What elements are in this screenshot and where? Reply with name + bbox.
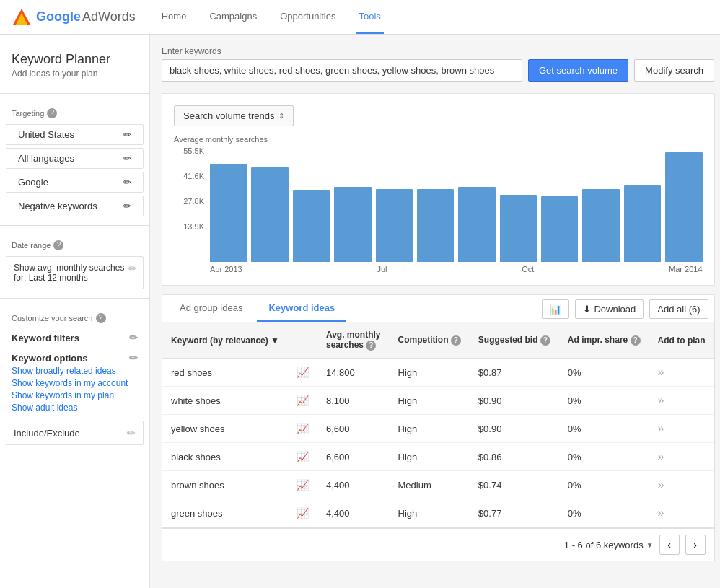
cell-add-to-plan[interactable]: » bbox=[649, 499, 714, 527]
add-all-button[interactable]: Add all (6) bbox=[649, 299, 708, 319]
keyword-options-edit-icon[interactable]: ✏ bbox=[129, 352, 138, 364]
chart-dropdown-label: Search volume trends bbox=[183, 110, 274, 121]
chart-bar[interactable] bbox=[251, 167, 288, 262]
sidebar-title: Keyword Planner Add ideas to your plan bbox=[0, 46, 149, 84]
keyword-option-broadly[interactable]: Show broadly related ideas bbox=[12, 366, 138, 376]
include-exclude-box[interactable]: Include/Exclude ✏ bbox=[6, 421, 144, 445]
chart-bar[interactable] bbox=[665, 152, 702, 262]
cell-trend-icon[interactable]: 📈 bbox=[288, 471, 317, 499]
keyword-filters-edit-icon[interactable]: ✏ bbox=[129, 332, 138, 343]
nav-item-campaigns[interactable]: Campaigns bbox=[206, 1, 260, 34]
keyword-option-adult[interactable]: Show adult ideas bbox=[12, 403, 138, 413]
keyword-option-plan[interactable]: Show keywords in my plan bbox=[12, 390, 138, 400]
cell-trend-icon[interactable]: 📈 bbox=[288, 415, 317, 443]
suggested-bid-help-icon[interactable]: ? bbox=[540, 335, 550, 346]
chart-bar[interactable] bbox=[541, 196, 578, 262]
sidebar-item-language[interactable]: All languages ✏ bbox=[6, 148, 144, 169]
table-row: brown shoes 📈 4,400 Medium $0.74 0% » bbox=[162, 471, 714, 499]
modify-search-button[interactable]: Modify search bbox=[634, 59, 714, 82]
x-label-mar: Mar 2014 bbox=[669, 265, 702, 273]
date-range-edit-icon[interactable]: ✏ bbox=[128, 263, 137, 274]
keyword-option-account[interactable]: Show keywords in my account bbox=[12, 378, 138, 388]
chart-view-button[interactable]: 📊 bbox=[542, 299, 569, 319]
bar-chart: 55.5K 41.6K 27.8K 13.9K bbox=[174, 146, 703, 262]
cell-add-to-plan[interactable]: » bbox=[649, 387, 714, 415]
chart-bar[interactable] bbox=[293, 190, 330, 262]
chart-bar[interactable] bbox=[624, 185, 661, 262]
chart-bar[interactable] bbox=[334, 187, 371, 262]
network-edit-icon[interactable]: ✏ bbox=[123, 177, 131, 188]
pagination-dropdown-icon[interactable]: ▼ bbox=[646, 541, 654, 549]
tab-ad-group-ideas[interactable]: Ad group ideas bbox=[168, 295, 254, 322]
location-label: United States bbox=[18, 129, 74, 140]
include-exclude-edit-icon[interactable]: ✏ bbox=[127, 427, 136, 439]
search-volume-trends-dropdown[interactable]: Search volume trends ⇕ bbox=[174, 105, 294, 126]
competition-help-icon[interactable]: ? bbox=[451, 335, 461, 346]
main-content: Enter keywords Get search volume Modify … bbox=[150, 35, 720, 588]
pagination-prev-button[interactable]: ‹ bbox=[659, 535, 680, 555]
chart-bar[interactable] bbox=[582, 189, 619, 262]
keyword-options-section: Keyword options ✏ Show broadly related i… bbox=[0, 346, 149, 418]
logo-google-text: Google bbox=[36, 9, 81, 25]
x-label-oct: Oct bbox=[522, 265, 534, 273]
customize-label: Customize your search ? bbox=[0, 307, 149, 326]
chart-bar[interactable] bbox=[210, 164, 247, 262]
cell-suggested-bid: $0.87 bbox=[470, 359, 559, 387]
get-search-volume-button[interactable]: Get search volume bbox=[528, 59, 628, 82]
cell-avg-monthly: 6,600 bbox=[317, 415, 390, 443]
th-keyword[interactable]: Keyword (by relevance) ▼ bbox=[162, 322, 288, 359]
keyword-input[interactable] bbox=[162, 59, 522, 82]
targeting-label: Targeting ? bbox=[0, 102, 149, 121]
ad-impr-help-icon[interactable]: ? bbox=[631, 335, 641, 346]
cell-add-to-plan[interactable]: » bbox=[649, 471, 714, 499]
chart-bar[interactable] bbox=[458, 187, 495, 262]
nav-item-tools[interactable]: Tools bbox=[356, 1, 383, 34]
chart-area: Average monthly searches 55.5K 41.6K 27.… bbox=[174, 135, 703, 273]
chart-bar[interactable] bbox=[500, 195, 537, 262]
sidebar-item-location[interactable]: United States ✏ bbox=[6, 124, 144, 145]
main-layout: Keyword Planner Add ideas to your plan T… bbox=[0, 35, 720, 588]
add-to-plan-icon: » bbox=[658, 506, 664, 519]
negative-keywords-edit-icon[interactable]: ✏ bbox=[123, 201, 131, 211]
download-button[interactable]: ⬇ Download bbox=[575, 299, 644, 319]
cell-trend-icon[interactable]: 📈 bbox=[288, 499, 317, 527]
th-avg-monthly: Avg. monthlysearches ? bbox=[317, 322, 390, 359]
tab-keyword-ideas[interactable]: Keyword ideas bbox=[257, 295, 346, 322]
chart-header: Search volume trends ⇕ bbox=[174, 105, 703, 126]
cell-add-to-plan[interactable]: » bbox=[649, 415, 714, 443]
nav-item-opportunities[interactable]: Opportunities bbox=[277, 1, 338, 34]
sidebar-item-network[interactable]: Google ✏ bbox=[6, 172, 144, 193]
pagination-next-button[interactable]: › bbox=[685, 535, 706, 555]
chart-bar[interactable] bbox=[417, 189, 454, 262]
y-label-3: 27.8K bbox=[183, 197, 204, 206]
date-range-help-icon[interactable]: ? bbox=[53, 240, 63, 250]
cell-add-to-plan[interactable]: » bbox=[649, 359, 714, 387]
keyword-filters-section: Keyword filters ✏ bbox=[0, 326, 149, 346]
sidebar-item-negative-keywords[interactable]: Negative keywords ✏ bbox=[6, 196, 144, 216]
cell-trend-icon[interactable]: 📈 bbox=[288, 387, 317, 415]
keyword-filters-title: Keyword filters ✏ bbox=[12, 332, 138, 343]
pagination-info: 1 - 6 of 6 keywords ▼ bbox=[564, 540, 654, 550]
targeting-help-icon[interactable]: ? bbox=[47, 108, 57, 118]
main-nav: Home Campaigns Opportunities Tools bbox=[159, 1, 384, 34]
chart-bar[interactable] bbox=[376, 189, 413, 262]
cell-trend-icon[interactable]: 📈 bbox=[288, 443, 317, 471]
include-exclude-label: Include/Exclude bbox=[14, 428, 80, 439]
avg-monthly-help-icon[interactable]: ? bbox=[366, 341, 376, 351]
cell-trend-icon[interactable]: 📈 bbox=[288, 359, 317, 387]
location-edit-icon[interactable]: ✏ bbox=[123, 129, 131, 140]
nav-item-home[interactable]: Home bbox=[159, 1, 190, 34]
cell-suggested-bid: $0.77 bbox=[470, 499, 559, 527]
date-range-box[interactable]: Show avg. monthly searches for: Last 12 … bbox=[6, 256, 144, 289]
add-to-plan-icon: » bbox=[658, 478, 664, 491]
cell-add-to-plan[interactable]: » bbox=[649, 443, 714, 471]
keyword-table-container: Keyword (by relevance) ▼ Avg. monthlysea… bbox=[162, 322, 715, 528]
add-to-plan-icon: » bbox=[658, 422, 664, 434]
cell-competition: High bbox=[390, 443, 470, 471]
cell-keyword: brown shoes bbox=[162, 471, 288, 499]
customize-help-icon[interactable]: ? bbox=[96, 313, 106, 323]
chart-container: Search volume trends ⇕ Average monthly s… bbox=[162, 93, 715, 286]
cell-ad-impr-share: 0% bbox=[559, 387, 649, 415]
language-edit-icon[interactable]: ✏ bbox=[123, 153, 131, 164]
y-label-2: 41.6K bbox=[183, 172, 204, 180]
